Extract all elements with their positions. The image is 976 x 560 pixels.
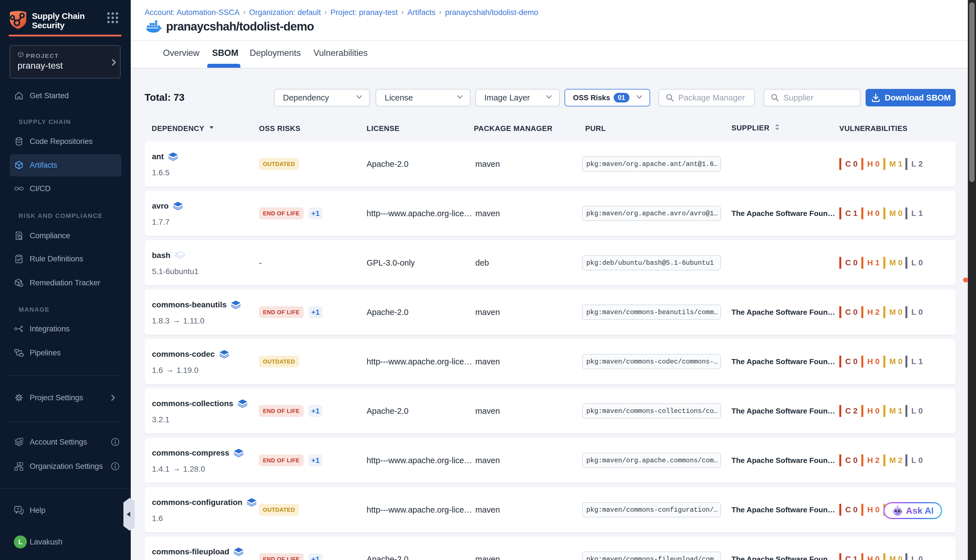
svg-text:</>: </> [17,140,21,144]
svg-text:?: ? [17,507,19,512]
